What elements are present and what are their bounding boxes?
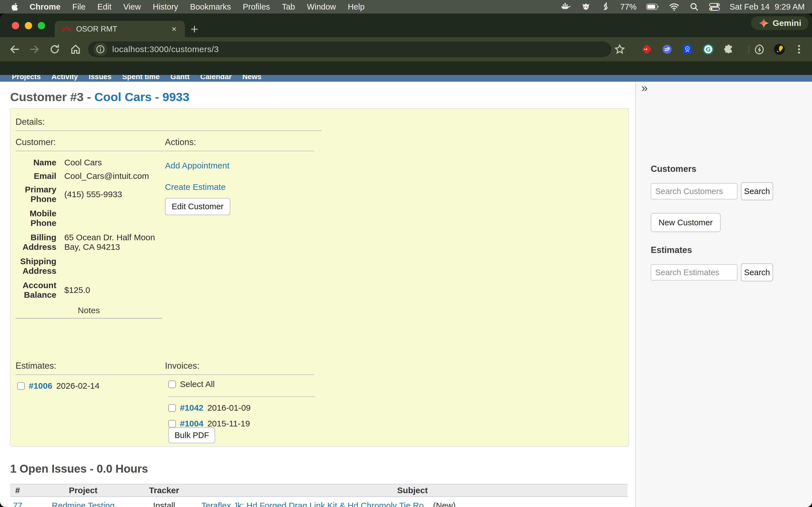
browser-tab-osor-rmt[interactable]: OSOR RMT × bbox=[55, 21, 185, 37]
customer-divider bbox=[15, 151, 164, 151]
grammarly-icon[interactable]: G bbox=[702, 43, 714, 55]
gemini-button[interactable]: Gemini bbox=[751, 16, 809, 30]
redmine-favicon-icon bbox=[61, 24, 71, 34]
menu-item-file[interactable]: File bbox=[66, 2, 92, 11]
invoice-checkbox[interactable] bbox=[168, 420, 176, 428]
field-label: Shipping Address bbox=[15, 254, 64, 279]
browser-menu-icon[interactable] bbox=[793, 43, 805, 55]
menu-item-bookmarks[interactable]: Bookmarks bbox=[184, 2, 237, 11]
svg-text:G: G bbox=[706, 46, 711, 53]
invoice-checkbox[interactable] bbox=[168, 404, 176, 412]
menu-item-chrome[interactable]: Chrome bbox=[24, 2, 66, 11]
tab-close-icon[interactable]: × bbox=[170, 24, 178, 34]
create-estimate-link[interactable]: Create Estimate bbox=[165, 182, 225, 192]
extension-blue-square-icon[interactable] bbox=[681, 43, 694, 55]
minimize-window-button[interactable] bbox=[25, 22, 32, 29]
estimate-id-link[interactable]: #1006 bbox=[29, 381, 52, 391]
fox-app-icon[interactable] bbox=[581, 2, 591, 12]
open-issues-table: # Project Tracker Subject 77 Redmine Tes… bbox=[10, 484, 627, 507]
new-customer-button[interactable]: New Customer bbox=[651, 213, 721, 232]
nav-gantt[interactable]: Gantt bbox=[170, 75, 190, 82]
site-info-icon[interactable] bbox=[94, 43, 107, 56]
issue-project-link[interactable]: Redmine Testing bbox=[52, 501, 115, 507]
issue-subject-link[interactable]: Teraflex Jk: Hd Forged Drag Link Kit & H… bbox=[201, 501, 431, 507]
performance-leaf-icon[interactable] bbox=[753, 43, 766, 55]
search-customers-input[interactable] bbox=[651, 183, 738, 200]
estimate-checkbox[interactable] bbox=[17, 382, 25, 390]
curl-app-icon[interactable] bbox=[601, 2, 611, 12]
menubar-clock[interactable]: Sat Feb 14 9:29 AM bbox=[730, 2, 805, 11]
issues-header-row: # Project Tracker Subject bbox=[10, 484, 627, 497]
column-header-project: Project bbox=[36, 484, 131, 497]
zoom-window-button[interactable] bbox=[38, 22, 45, 29]
address-bar[interactable]: localhost:3000/customers/3 bbox=[88, 41, 611, 57]
nav-news[interactable]: News bbox=[243, 75, 262, 82]
field-row-name: Name Cool Cars bbox=[15, 156, 173, 169]
toolbar-separator bbox=[749, 45, 749, 54]
edit-customer-button[interactable]: Edit Customer bbox=[165, 198, 231, 215]
nav-issues[interactable]: Issues bbox=[89, 75, 112, 82]
search-estimates-button[interactable]: Search bbox=[741, 263, 773, 281]
spotlight-search-icon[interactable] bbox=[689, 2, 699, 12]
menu-item-history[interactable]: History bbox=[147, 2, 184, 11]
bookmark-star-icon[interactable] bbox=[613, 43, 626, 55]
customer-section-title: Customer: bbox=[15, 137, 56, 147]
profile-avatar[interactable] bbox=[773, 43, 785, 55]
close-window-button[interactable] bbox=[12, 22, 19, 29]
menu-item-profiles[interactable]: Profiles bbox=[237, 2, 276, 11]
invoice-id-link[interactable]: #1042 bbox=[180, 403, 203, 413]
field-label: Billing Address bbox=[15, 231, 64, 254]
invoices-section-title: Invoices: bbox=[165, 361, 199, 371]
field-label: Primary Phone bbox=[15, 183, 64, 206]
nav-activity[interactable]: Activity bbox=[52, 75, 78, 82]
field-value: Cool_Cars@intuit.com bbox=[64, 169, 173, 183]
menu-item-view[interactable]: View bbox=[117, 2, 147, 11]
issue-status: (New) bbox=[431, 501, 456, 507]
nav-projects[interactable]: Projects bbox=[12, 75, 41, 82]
page-title: Customer #3 - Cool Cars - 9933 bbox=[10, 90, 190, 104]
field-row-account-balance: Account Balance $125.0 bbox=[15, 279, 173, 302]
notes-label: Notes bbox=[15, 305, 162, 319]
estimates-divider bbox=[15, 374, 173, 375]
apple-logo-icon[interactable] bbox=[10, 2, 20, 11]
menu-item-window[interactable]: Window bbox=[301, 2, 342, 11]
extensions-puzzle-icon[interactable] bbox=[722, 43, 735, 55]
select-all-checkbox[interactable] bbox=[168, 381, 176, 388]
actions-divider bbox=[165, 151, 314, 151]
control-center-icon[interactable] bbox=[709, 2, 720, 11]
reload-button[interactable] bbox=[49, 43, 61, 55]
issue-row: 77 Redmine Testing Install Teraflex Jk: … bbox=[10, 497, 627, 507]
menu-item-help[interactable]: Help bbox=[342, 2, 371, 11]
redmine-top-menu: Projects Activity Issues Spent time Gant… bbox=[0, 75, 812, 82]
extension-red-icon[interactable] bbox=[641, 43, 653, 55]
invoice-list-divider bbox=[168, 396, 315, 397]
customer-name-link[interactable]: Cool Cars - 9933 bbox=[94, 90, 190, 104]
collapse-sidebar-icon[interactable]: » bbox=[642, 82, 648, 94]
invoice-date: 2015-11-19 bbox=[207, 419, 250, 429]
nav-spent-time[interactable]: Spent time bbox=[122, 75, 160, 82]
wifi-icon[interactable] bbox=[669, 1, 679, 12]
field-row-shipping-address: Shipping Address bbox=[15, 254, 173, 279]
add-appointment-link[interactable]: Add Appointment bbox=[165, 161, 230, 170]
bulk-pdf-button[interactable]: Bulk PDF bbox=[168, 427, 215, 443]
url-text[interactable]: localhost:3000/customers/3 bbox=[112, 45, 219, 54]
menu-item-edit[interactable]: Edit bbox=[91, 2, 117, 11]
home-button[interactable] bbox=[69, 43, 82, 55]
back-button[interactable] bbox=[8, 43, 21, 55]
forward-button[interactable] bbox=[28, 43, 41, 55]
field-value: (415) 555-9933 bbox=[64, 183, 173, 206]
invoice-id-link[interactable]: #1004 bbox=[180, 419, 203, 429]
extension-violet-circle-icon[interactable] bbox=[661, 43, 673, 55]
issue-id-link[interactable]: 77 bbox=[13, 501, 22, 507]
details-section-title: Details: bbox=[15, 117, 45, 127]
sidebar-estimates-heading: Estimates bbox=[651, 245, 692, 255]
issue-tracker: Install bbox=[131, 497, 197, 507]
search-customers-button[interactable]: Search bbox=[741, 182, 773, 200]
gemini-label: Gemini bbox=[772, 18, 801, 28]
field-label: Account Balance bbox=[15, 279, 64, 302]
search-estimates-input[interactable] bbox=[651, 264, 738, 281]
menu-item-tab[interactable]: Tab bbox=[276, 2, 301, 11]
nav-calendar[interactable]: Calendar bbox=[200, 75, 232, 82]
docker-icon[interactable] bbox=[560, 1, 571, 12]
new-tab-button[interactable]: + bbox=[191, 22, 198, 36]
